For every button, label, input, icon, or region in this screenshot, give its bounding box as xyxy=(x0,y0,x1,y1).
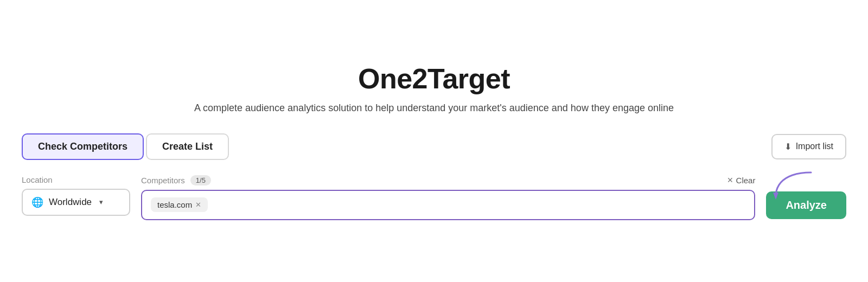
competitors-header: Competitors 1/5 ✕ Clear xyxy=(141,175,755,185)
location-group: Location 🌐 Worldwide ▾ xyxy=(22,175,130,216)
page-title: One2Target xyxy=(358,62,510,95)
form-row: Location 🌐 Worldwide ▾ Competitors 1/5 ✕… xyxy=(22,175,846,220)
analyze-group: Analyze xyxy=(766,175,846,219)
location-selector[interactable]: 🌐 Worldwide ▾ xyxy=(22,189,130,216)
main-container: One2Target A complete audience analytics… xyxy=(22,62,846,220)
tab-create-list[interactable]: Create List xyxy=(146,133,229,160)
tag-value: tesla.com xyxy=(157,200,192,209)
import-list-button[interactable]: ⬇ Import list xyxy=(771,134,846,159)
location-value: Worldwide xyxy=(49,197,92,208)
tabs-group: Check Competitors Create List xyxy=(22,133,229,160)
clear-label: Clear xyxy=(736,176,756,185)
tab-check-competitors[interactable]: Check Competitors xyxy=(22,133,144,160)
clear-button[interactable]: ✕ Clear xyxy=(727,176,756,185)
competitor-tag: tesla.com ✕ xyxy=(151,197,208,212)
chevron-down-icon: ▾ xyxy=(99,198,103,206)
arrow-indicator xyxy=(773,170,816,202)
competitors-group: Competitors 1/5 ✕ Clear tesla.com ✕ xyxy=(141,175,755,220)
clear-x-icon: ✕ xyxy=(727,176,733,184)
globe-icon: 🌐 xyxy=(31,196,43,208)
import-list-label: Import list xyxy=(796,142,833,151)
competitors-input[interactable]: tesla.com ✕ xyxy=(141,190,755,220)
svg-marker-0 xyxy=(773,193,778,200)
import-icon: ⬇ xyxy=(784,142,792,152)
competitors-label-row: Competitors 1/5 xyxy=(141,175,211,185)
competitors-badge: 1/5 xyxy=(190,175,211,185)
location-label: Location xyxy=(22,175,130,184)
competitors-label: Competitors xyxy=(141,176,185,185)
tag-remove-icon[interactable]: ✕ xyxy=(195,201,201,209)
tabs-row: Check Competitors Create List ⬇ Import l… xyxy=(22,133,846,160)
page-subtitle: A complete audience analytics solution t… xyxy=(194,102,674,114)
